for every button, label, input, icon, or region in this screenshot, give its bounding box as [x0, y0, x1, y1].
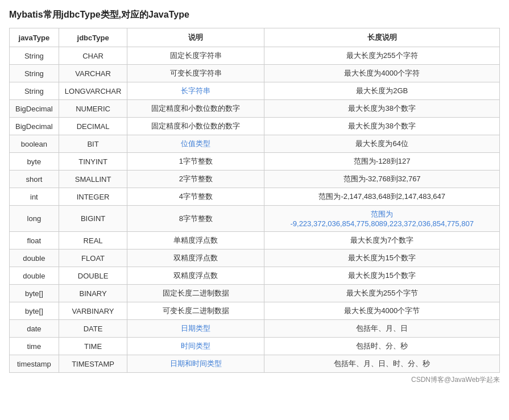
table-row: byte[]BINARY固定长度二进制数据最大长度为255个字节 [10, 285, 500, 302]
cell-length: 最大长度为4000个字符 [264, 65, 500, 82]
cell-length: 最大长度为7个数字 [264, 232, 500, 249]
cell-jdbctype: CHAR [59, 47, 127, 65]
table-row: byte[]VARBINARY可变长度二进制数据最大长度为4000个字节 [10, 302, 500, 320]
table-header-row: javaType jdbcType 说明 长度说明 [10, 28, 500, 47]
table-row: BigDecimalNUMERIC固定精度和小数位数的数字最大长度为38个数字 [10, 100, 500, 118]
cell-length: 最大长度为38个数字 [264, 118, 500, 135]
table-row: BigDecimalDECIMAL固定精度和小数位数的数字最大长度为38个数字 [10, 118, 500, 135]
cell-desc: 8字节整数 [127, 206, 264, 232]
cell-desc: 固定精度和小数位数的数字 [127, 100, 264, 118]
cell-desc: 位值类型 [127, 135, 264, 153]
cell-javatype: byte [10, 153, 59, 171]
cell-javatype: date [10, 320, 59, 338]
cell-jdbctype: FLOAT [59, 249, 127, 267]
cell-jdbctype: LONGVARCHAR [59, 82, 127, 100]
cell-javatype: double [10, 249, 59, 267]
cell-javatype: String [10, 47, 59, 65]
table-row: doubleFLOAT双精度浮点数最大长度为15个数字 [10, 249, 500, 267]
cell-desc: 固定长度字符串 [127, 47, 264, 65]
cell-length: 包括年、月、日 [264, 320, 500, 338]
cell-desc: 长字符串 [127, 82, 264, 100]
cell-length: 最大长度为15个数字 [264, 267, 500, 285]
cell-length: 最大长度为15个数字 [264, 249, 500, 267]
table-row: timeTIME时间类型包括时、分、秒 [10, 338, 500, 355]
cell-desc: 可变长度二进制数据 [127, 302, 264, 320]
footer-note: CSDN博客@JavaWeb学起来 [9, 375, 500, 385]
cell-javatype: byte[] [10, 302, 59, 320]
cell-javatype: byte[] [10, 285, 59, 302]
cell-length: 最大长度为255个字节 [264, 285, 500, 302]
cell-desc: 4字节整数 [127, 188, 264, 206]
cell-desc: 日期类型 [127, 320, 264, 338]
cell-javatype: timestamp [10, 355, 59, 373]
header-jdbctype: jdbcType [59, 28, 127, 47]
cell-jdbctype: VARBINARY [59, 302, 127, 320]
cell-jdbctype: TINYINT [59, 153, 127, 171]
cell-javatype: String [10, 65, 59, 82]
cell-jdbctype: BIT [59, 135, 127, 153]
table-row: doubleDOUBLE双精度浮点数最大长度为15个数字 [10, 267, 500, 285]
cell-desc: 2字节整数 [127, 171, 264, 188]
cell-javatype: short [10, 171, 59, 188]
table-row: shortSMALLINT2字节整数范围为-32,768到32,767 [10, 171, 500, 188]
cell-length: 范围为-32,768到32,767 [264, 171, 500, 188]
table-row: longBIGINT8字节整数范围为-9,223,372,036,854,775… [10, 206, 500, 232]
cell-length: 包括年、月、日、时、分、秒 [264, 355, 500, 373]
table-row: floatREAL单精度浮点数最大长度为7个数字 [10, 232, 500, 249]
cell-length: 范围为-9,223,372,036,854,775,8089,223,372,0… [264, 206, 500, 232]
cell-jdbctype: DOUBLE [59, 267, 127, 285]
table-row: StringVARCHAR可变长度字符串最大长度为4000个字符 [10, 65, 500, 82]
cell-javatype: boolean [10, 135, 59, 153]
cell-desc: 固定长度二进制数据 [127, 285, 264, 302]
table-row: intINTEGER4字节整数范围为-2,147,483,648到2,147,4… [10, 188, 500, 206]
cell-jdbctype: DECIMAL [59, 118, 127, 135]
cell-length: 范围为-2,147,483,648到2,147,483,647 [264, 188, 500, 206]
cell-desc: 时间类型 [127, 338, 264, 355]
table-row: dateDATE日期类型包括年、月、日 [10, 320, 500, 338]
table-row: StringLONGVARCHAR长字符串最大长度为2GB [10, 82, 500, 100]
cell-javatype: String [10, 82, 59, 100]
cell-jdbctype: BIGINT [59, 206, 127, 232]
cell-javatype: BigDecimal [10, 118, 59, 135]
cell-desc: 日期和时间类型 [127, 355, 264, 373]
table-row: byteTINYINT1字节整数范围为-128到127 [10, 153, 500, 171]
cell-javatype: time [10, 338, 59, 355]
cell-length: 最大长度为2GB [264, 82, 500, 100]
cell-jdbctype: TIME [59, 338, 127, 355]
cell-javatype: int [10, 188, 59, 206]
cell-javatype: BigDecimal [10, 100, 59, 118]
cell-jdbctype: DATE [59, 320, 127, 338]
cell-length: 最大长度为38个数字 [264, 100, 500, 118]
cell-desc: 1字节整数 [127, 153, 264, 171]
header-desc: 说明 [127, 28, 264, 47]
cell-jdbctype: BINARY [59, 285, 127, 302]
cell-length: 最大长度为255个字符 [264, 47, 500, 65]
cell-desc: 双精度浮点数 [127, 267, 264, 285]
cell-jdbctype: INTEGER [59, 188, 127, 206]
header-javatype: javaType [10, 28, 59, 47]
cell-jdbctype: NUMERIC [59, 100, 127, 118]
cell-javatype: float [10, 232, 59, 249]
cell-length: 包括时、分、秒 [264, 338, 500, 355]
table-row: timestampTIMESTAMP日期和时间类型包括年、月、日、时、分、秒 [10, 355, 500, 373]
cell-length: 最大长度为64位 [264, 135, 500, 153]
cell-desc: 可变长度字符串 [127, 65, 264, 82]
table-row: StringCHAR固定长度字符串最大长度为255个字符 [10, 47, 500, 65]
cell-desc: 双精度浮点数 [127, 249, 264, 267]
cell-jdbctype: VARCHAR [59, 65, 127, 82]
header-length: 长度说明 [264, 28, 500, 47]
cell-length: 范围为-128到127 [264, 153, 500, 171]
cell-jdbctype: TIMESTAMP [59, 355, 127, 373]
cell-jdbctype: REAL [59, 232, 127, 249]
cell-length: 最大长度为4000个字节 [264, 302, 500, 320]
cell-desc: 固定精度和小数位数的数字 [127, 118, 264, 135]
cell-desc: 单精度浮点数 [127, 232, 264, 249]
cell-jdbctype: SMALLINT [59, 171, 127, 188]
page-title: Mybatis常用jdbcType类型,对应的JavaType [9, 9, 500, 21]
cell-javatype: double [10, 267, 59, 285]
cell-javatype: long [10, 206, 59, 232]
table-row: booleanBIT位值类型最大长度为64位 [10, 135, 500, 153]
jdbc-type-table: javaType jdbcType 说明 长度说明 StringCHAR固定长度… [9, 28, 500, 373]
